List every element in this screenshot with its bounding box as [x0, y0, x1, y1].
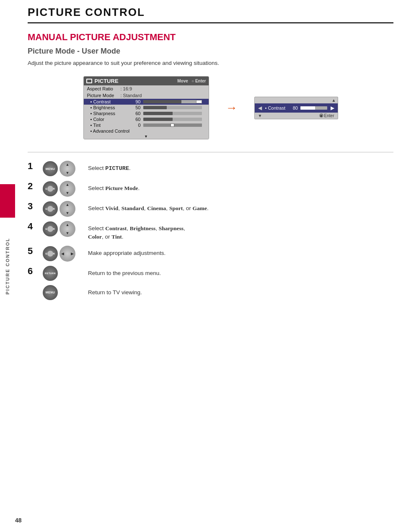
monitor-icon — [86, 79, 92, 83]
section-title: MANUAL PICTURE ADJUSTMENT — [28, 32, 393, 43]
sub-menu-color: • Color 60 — [84, 116, 209, 122]
step-5-icons: ENTER ◀ ▶ — [43, 246, 80, 262]
menu-title: PICTURE — [95, 78, 119, 84]
description: Adjust the picture appearance to suit yo… — [28, 60, 393, 66]
picture-mode-value: : Standard — [121, 93, 142, 98]
page-number: 48 — [15, 517, 22, 524]
step-menu-text: Return to TV viewing. — [88, 285, 142, 297]
sub-title: Picture Mode - User Mode — [28, 47, 393, 56]
nav-leftright-icon: ◀ ▶ — [59, 246, 75, 262]
step-1: 1 MENU ▲ ▼ Select PICTURE. — [28, 161, 393, 177]
page-title: PICTURE CONTROL — [28, 6, 145, 18]
step-menu-icons: MENU — [43, 285, 80, 300]
sidebar: PICTURE CONTROL — [0, 0, 15, 532]
sub-menu-tint: • Tint 0 — [84, 122, 209, 128]
sub-menu-rows: • Contrast 90 • Brightness 50 — [84, 99, 209, 139]
enter-button-2-icon: ENTER — [43, 201, 58, 216]
step-3-number: 3 — [28, 202, 35, 211]
menu-button-icon: MENU — [43, 161, 58, 176]
step-6-icons: RETURN — [43, 266, 80, 281]
enter-button-icon: ENTER — [43, 181, 58, 196]
sub-menu-advanced: • Advanced Control — [84, 128, 209, 134]
step-menu-last: MENU Return to TV viewing. — [28, 285, 393, 300]
step-4-text: Select Contrast, Brightness, Sharpness,C… — [88, 221, 185, 242]
aspect-ratio-value: : 16:9 — [121, 86, 132, 91]
step-2-text: Select Picture Mode. — [88, 181, 140, 193]
step-5-text: Make appropriate adjustments. — [88, 246, 166, 257]
nav-updown-2-icon: ▲ ▼ — [59, 181, 75, 197]
step-3-icons: ENTER ▲ ▼ — [43, 201, 80, 217]
menu-header-nav: Move ○ Enter — [177, 79, 206, 83]
contrast-panel: ▲ ◀ • Contrast 80 ▶ ▼ ● Enter — [254, 97, 338, 119]
step-2-icons: ENTER ▲ ▼ — [43, 181, 80, 197]
step-5: 5 ENTER ◀ ▶ Make appropriate adjustments… — [28, 246, 393, 262]
step-2-number: 2 — [28, 182, 35, 191]
nav-updown-icon: ▲ ▼ — [59, 161, 75, 177]
step-6-number: 6 — [28, 267, 35, 276]
return-button-icon: RETURN — [43, 266, 58, 281]
diagram-area: PICTURE Move ○ Enter Aspect Ratio : 16:9… — [28, 76, 393, 139]
arrow-right-icon: → — [226, 101, 238, 115]
menu-button-2-icon: MENU — [43, 285, 58, 300]
step-2: 2 ENTER ▲ ▼ Select Picture Mode. — [28, 181, 393, 197]
nav-updown-4-icon: ▲ ▼ — [59, 221, 75, 237]
step-1-text: Select PICTURE. — [88, 161, 131, 173]
enter-button-4-icon: ENTER — [43, 246, 58, 261]
step-3-text: Select Vivid, Standard, Cinema, Sport, o… — [88, 201, 209, 213]
sidebar-red-bar — [0, 184, 15, 218]
step-6: 6 RETURN Return to the previous menu. — [28, 266, 393, 281]
sub-menu-sharpness: • Sharpness 60 — [84, 111, 209, 116]
sub-menu-contrast: • Contrast 90 — [84, 99, 209, 105]
menu-box-header: PICTURE Move ○ Enter — [84, 77, 209, 85]
nav-updown-3-icon: ▲ ▼ — [59, 201, 75, 217]
page-header: PICTURE CONTROL — [28, 0, 393, 23]
step-5-number: 5 — [28, 247, 35, 256]
step-1-number: 1 — [28, 162, 35, 171]
sub-menu-brightness: • Brightness 50 — [84, 105, 209, 111]
tv-menu-box: PICTURE Move ○ Enter Aspect Ratio : 16:9… — [83, 76, 209, 139]
contrast-row: ◀ • Contrast 80 ▶ — [255, 103, 338, 113]
step-4-number: 4 — [28, 222, 35, 231]
menu-picture-mode: Picture Mode : Standard — [84, 92, 209, 99]
enter-button-3-icon: ENTER — [43, 221, 58, 236]
step-1-icons: MENU ▲ ▼ — [43, 161, 80, 177]
menu-box-body: Aspect Ratio : 16:9 Picture Mode : Stand… — [84, 85, 209, 139]
step-3: 3 ENTER ▲ ▼ Select Vivid, Standard, Cine… — [28, 201, 393, 217]
menu-aspect-ratio: Aspect Ratio : 16:9 — [84, 85, 209, 92]
step-4-icons: ENTER ▲ ▼ — [43, 221, 80, 237]
aspect-ratio-label: Aspect Ratio — [87, 86, 121, 91]
picture-mode-label: Picture Mode — [87, 93, 121, 98]
divider — [28, 152, 393, 152]
steps-section: 1 MENU ▲ ▼ Select PICTURE. 2 ENTER — [28, 161, 393, 302]
step-4: 4 ENTER ▲ ▼ Select Contrast, Brightness,… — [28, 221, 393, 242]
step-6-text: Return to the previous menu. — [88, 266, 161, 278]
sidebar-label-text: PICTURE CONTROL — [5, 234, 10, 298]
